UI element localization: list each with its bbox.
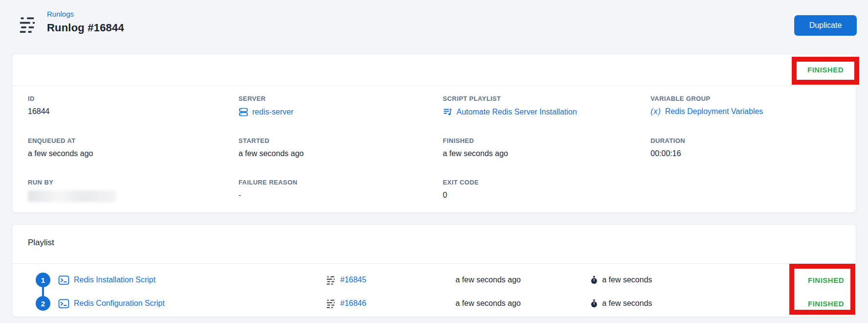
server-icon [239,107,248,117]
script-playlist-link[interactable]: Automate Redis Server Installation [456,108,577,116]
field-label: DURATION [651,137,685,144]
field-value: 16844 [28,107,50,116]
field-value: a few seconds ago [443,149,508,158]
field-failure-reason: FAILURE REASON - [239,179,297,200]
runlog-details-card: FINISHED ID 16844 SERVER redis-server SC… [12,54,856,213]
playlist-row-script: Redis Configuration Script [58,298,165,309]
server-link[interactable]: redis-server [252,108,293,116]
field-server: SERVER redis-server [239,95,293,117]
field-run-by: RUN BY [28,179,116,202]
field-label: SCRIPT PLAYLIST [443,95,577,102]
duration-text: a few seconds [602,299,652,308]
script-link[interactable]: Redis Installation Script [74,276,155,284]
runlog-ref-link[interactable]: #16846 [340,299,366,308]
variable-group-link[interactable]: Redis Deployment Variables [665,107,763,116]
redacted-run-by-value [28,190,116,202]
enqueued-text: a few seconds ago [456,298,521,309]
field-label: STARTED [239,137,304,144]
enqueued-text: a few seconds ago [456,274,521,286]
runlog-icon [19,15,37,33]
variables-icon: (x) [651,107,661,116]
page-title: Runlog #16844 [47,22,124,34]
field-label: VARIABLE GROUP [651,95,763,102]
field-finished: FINISHED a few seconds ago [443,137,508,158]
step-badge: 2 [36,296,50,311]
field-value: a few seconds ago [239,149,304,158]
status-row-divider [12,86,856,86]
playlist-card: Playlist 1 2 Redis Installation Script [12,224,856,317]
terminal-icon [58,298,69,309]
breadcrumb-runlogs-link[interactable]: Runlogs [47,10,74,18]
field-duration: DURATION 00:00:16 [651,137,685,158]
field-id: ID 16844 [28,95,50,116]
field-script-playlist: SCRIPT PLAYLIST Automate Redis Server In… [443,95,577,117]
field-label: RUN BY [28,179,116,186]
playlist-title: Playlist [28,238,54,248]
runlog-icon-small [326,275,336,285]
field-label: FINISHED [443,137,508,144]
duration-text: a few seconds [602,276,652,284]
playlist-row-runlog-ref: #16846 [326,298,366,309]
field-exit-code: EXIT CODE 0 [443,179,479,200]
stopwatch-icon [590,300,598,308]
playlist-divider [12,263,856,264]
terminal-icon [58,275,69,286]
field-label: FAILURE REASON [239,179,297,186]
script-link[interactable]: Redis Configuration Script [74,299,165,308]
playlist-row-runlog-ref: #16845 [326,274,366,286]
runlog-icon-small [326,299,336,308]
status-badge: FINISHED [808,274,844,286]
status-badge: FINISHED [807,54,844,86]
field-label: ID [28,95,50,102]
field-enqueued-at: ENQUEUED AT a few seconds ago [28,137,93,158]
playlist-row-script: Redis Installation Script [58,274,155,286]
playlist-row-duration: a few seconds [590,298,652,309]
field-label: EXIT CODE [443,179,479,186]
field-value: a few seconds ago [28,149,93,158]
stopwatch-icon [590,276,598,284]
playlist-row-duration: a few seconds [590,274,652,286]
field-value: 0 [443,191,479,200]
step-badge: 1 [36,273,50,287]
runlog-ref-link[interactable]: #16845 [340,276,366,284]
field-started: STARTED a few seconds ago [239,137,304,158]
playlist-icon [443,107,453,117]
field-variable-group: VARIABLE GROUP (x) Redis Deployment Vari… [651,95,763,116]
field-value: - [239,191,297,200]
field-label: SERVER [239,95,293,102]
page-header: Runlogs Runlog #16844 Duplicate [0,0,868,47]
duplicate-button[interactable]: Duplicate [794,15,857,36]
field-value: 00:00:16 [651,149,685,158]
field-label: ENQUEUED AT [28,137,93,144]
status-badge: FINISHED [808,298,844,309]
